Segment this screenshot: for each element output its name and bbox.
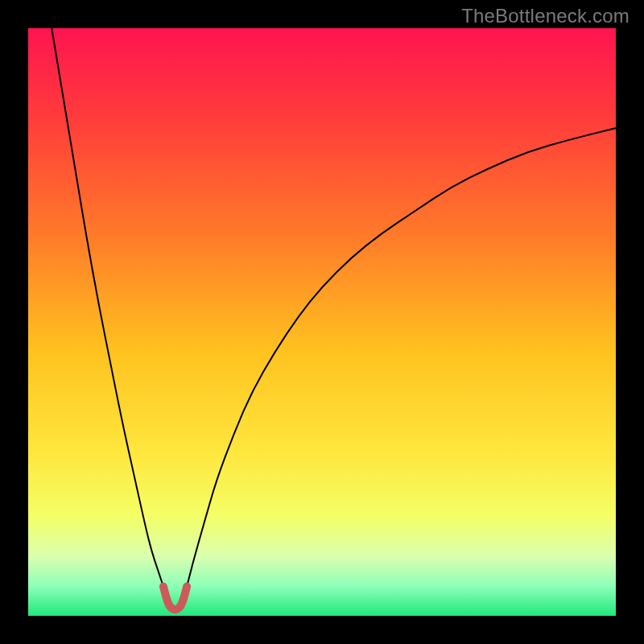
gradient-background [28,28,616,616]
chart-svg [28,28,616,616]
plot-area [28,28,616,616]
watermark-text: TheBottleneck.com [461,5,630,27]
chart-frame: TheBottleneck.com [0,0,644,644]
